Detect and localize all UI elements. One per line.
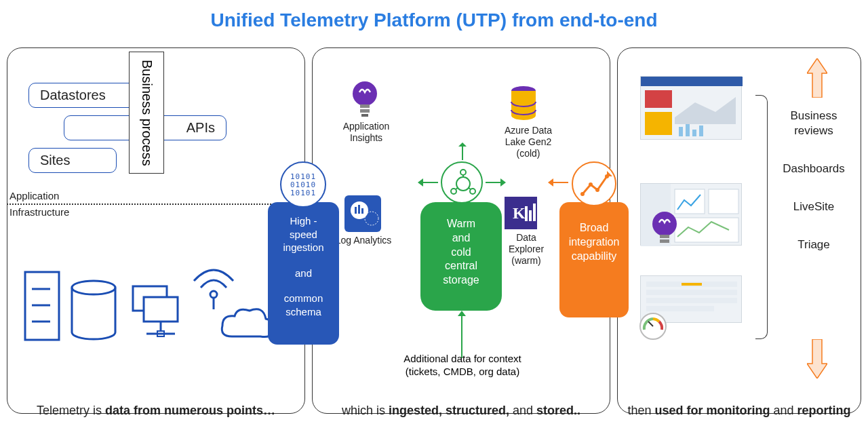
- arrow-context-up-icon: [457, 311, 467, 358]
- svg-rect-57: [679, 127, 683, 136]
- svg-rect-20: [358, 205, 360, 214]
- adls-l2: Lake Gen2: [505, 136, 552, 147]
- st-l5: storage: [427, 273, 495, 288]
- svg-marker-31: [418, 178, 423, 187]
- svg-rect-53: [641, 77, 743, 86]
- svg-marker-35: [458, 142, 467, 147]
- output-livesite: LiveSite: [773, 199, 854, 214]
- chip-datastores: Datastores: [28, 83, 137, 108]
- gauge-icon: [639, 312, 667, 341]
- p1-cap-bold: data from numerous points…: [105, 404, 275, 417]
- svg-rect-63: [709, 189, 738, 214]
- p3-cap-b1: used for monitoring: [655, 404, 770, 417]
- ingest-l1: High -: [272, 214, 335, 228]
- azure-datalake-icon: [510, 85, 537, 122]
- svg-point-23: [456, 177, 470, 191]
- svg-rect-39: [525, 206, 528, 221]
- p3-cap-pre: then: [627, 404, 654, 417]
- svg-rect-41: [533, 204, 536, 221]
- ingest-l5: common: [272, 292, 335, 305]
- p3-cap-b2: reporting: [797, 404, 851, 417]
- binary-icon: 101010101010101: [280, 161, 326, 208]
- broad-l3: capability: [564, 250, 625, 264]
- arrow-up-outline-icon: [807, 58, 827, 98]
- adls-l1: Azure Data: [505, 125, 552, 136]
- bracket-icon: [755, 95, 768, 339]
- svg-line-29: [469, 188, 471, 189]
- svg-rect-16: [360, 109, 370, 113]
- broad-l2: integration: [564, 235, 625, 250]
- arrow-broad-left-icon: [548, 178, 568, 187]
- ingestion-box: High - speed ingestion and common schema: [268, 202, 339, 345]
- kusto-l1: Data: [516, 232, 536, 243]
- chart-circle-icon: [572, 161, 616, 206]
- server-icon: [23, 270, 61, 343]
- ingest-l3: ingestion: [272, 241, 335, 254]
- svg-marker-45: [548, 178, 553, 187]
- svg-rect-70: [646, 298, 737, 303]
- adls-label: Azure Data Lake Gen2 (cold): [498, 125, 559, 159]
- svg-rect-15: [360, 104, 370, 108]
- svg-point-25: [451, 189, 456, 194]
- ingest-l4: and: [272, 267, 335, 280]
- cloud-icon: [218, 307, 275, 345]
- p2-cap-pre: which is: [342, 404, 389, 417]
- p1-cap-pre: Telemetry is: [37, 404, 105, 417]
- svg-line-28: [456, 188, 458, 189]
- svg-marker-55: [675, 97, 736, 124]
- st-l2: and: [427, 231, 495, 246]
- output-list: Business reviews Dashboards LiveSite Tri…: [773, 109, 854, 275]
- business-process-box: Business process: [129, 52, 164, 174]
- svg-marker-43: [458, 311, 466, 316]
- svg-rect-71: [646, 306, 714, 311]
- svg-rect-69: [646, 290, 737, 295]
- storage-box: Warm and cold central storage: [420, 202, 502, 311]
- arrow-right-icon: [486, 178, 506, 187]
- svg-rect-17: [361, 114, 368, 117]
- p3-cap-mid: and: [770, 404, 797, 417]
- svg-rect-6: [144, 297, 178, 322]
- st-l4: central: [427, 259, 495, 273]
- output-dashboards: Dashboards: [773, 161, 854, 176]
- output-business-reviews: Business reviews: [773, 109, 854, 138]
- svg-marker-76: [807, 339, 827, 379]
- monitor-icon: [129, 285, 182, 343]
- ctx-l1: Additional data for context: [403, 353, 521, 364]
- svg-point-48: [580, 192, 585, 196]
- svg-point-49: [589, 182, 593, 187]
- divider-application-label: Application: [9, 190, 59, 201]
- kusto-l2: Explorer: [509, 244, 544, 254]
- loganalytics-label: Log Analytics: [331, 235, 396, 246]
- lightbulb-icon: [350, 80, 380, 118]
- st-l1: Warm: [427, 217, 495, 231]
- appinsights-label: Application Insights: [335, 121, 397, 144]
- data-explorer-icon: K: [505, 197, 537, 229]
- p2-cap-b1: ingested, structured,: [389, 404, 509, 417]
- page-title: Unified Telemetry Platform (UTP) from en…: [0, 0, 868, 31]
- dashboard-thumb-1: [640, 76, 742, 140]
- business-process-label: Business process: [139, 60, 155, 166]
- svg-rect-56: [645, 112, 672, 135]
- svg-marker-52: [607, 171, 612, 176]
- svg-rect-60: [699, 125, 703, 136]
- panel1-caption: Telemetry is data from numerous points…: [7, 404, 305, 418]
- hub-icon: [441, 161, 483, 204]
- p2-cap-b2: stored..: [536, 404, 580, 417]
- database-icon: [69, 279, 118, 343]
- app-infra-divider: [7, 204, 304, 205]
- ingest-l6: schema: [272, 305, 335, 319]
- svg-rect-72: [682, 283, 702, 286]
- p2-cap-mid: and: [509, 404, 536, 417]
- svg-rect-40: [529, 210, 532, 221]
- panel3-caption: then used for monitoring and reporting: [617, 404, 861, 418]
- svg-rect-67: [660, 239, 669, 243]
- ctx-l2: (tickets, CMDB, org data): [406, 366, 519, 377]
- svg-point-24: [460, 170, 466, 175]
- kusto-l3: (warm): [511, 255, 541, 266]
- ingest-l2: speed: [272, 228, 335, 241]
- adls-l3: (cold): [516, 148, 540, 159]
- chip-sites: Sites: [28, 148, 117, 173]
- svg-point-4: [72, 281, 115, 294]
- arrow-up-icon: [458, 142, 467, 160]
- wifi-icon: [190, 263, 237, 311]
